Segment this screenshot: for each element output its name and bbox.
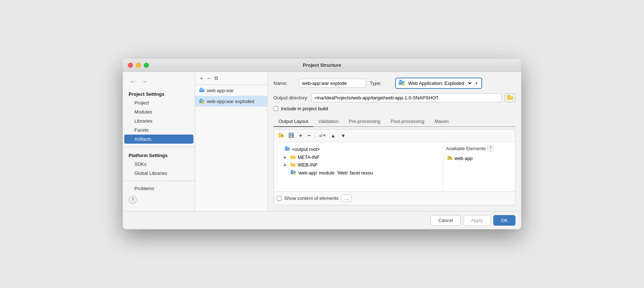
folder-icon-web-inf	[290, 162, 296, 168]
nav-row: ← →	[123, 76, 195, 89]
tab-post-processing[interactable]: Post-processing	[385, 116, 429, 127]
include-in-build-row: Include in project build	[273, 106, 515, 111]
svg-rect-2	[200, 88, 202, 89]
minimize-button[interactable]	[136, 63, 141, 68]
output-dir-input[interactable]	[311, 93, 502, 102]
svg-text:+: +	[281, 134, 283, 137]
apply-button[interactable]: Apply	[464, 215, 491, 226]
remove-artifact-button[interactable]: −	[205, 74, 212, 82]
web-app-module-label: 'web-app' module: 'Web' facet resou	[298, 170, 373, 176]
tree-item-output-root[interactable]: <output root>	[277, 145, 440, 153]
layout-toolbar: + + − a	[274, 129, 515, 142]
svg-rect-31	[290, 163, 292, 164]
layout-content: <output root> ▶ META-INF	[274, 142, 515, 191]
svg-rect-13	[507, 95, 510, 96]
chevron-icon: ▶	[284, 155, 288, 159]
tree-item-web-inf[interactable]: ▶ WEB-INF	[277, 161, 440, 169]
artifact-item-war-exploded[interactable]: web-app:war exploded	[195, 96, 267, 107]
help-button[interactable]: ?	[129, 196, 137, 204]
ellipsis-button[interactable]: ...	[342, 194, 352, 202]
add-artifact-button[interactable]: +	[198, 74, 205, 82]
sort-button[interactable]: a z	[317, 132, 327, 140]
platform-settings-heading: Platform Settings	[123, 150, 195, 160]
dialog-footer: Cancel Apply OK	[123, 211, 521, 229]
type-select-box[interactable]: Web Application: Exploded Web Applicatio…	[395, 78, 482, 89]
output-root-label: <output root>	[292, 147, 320, 152]
available-item-web-app[interactable]: web-app	[446, 155, 512, 162]
include-in-build-checkbox[interactable]	[273, 106, 278, 111]
move-down-button[interactable]: ▼	[339, 132, 348, 140]
ok-button[interactable]: OK	[493, 215, 515, 226]
svg-rect-26	[285, 147, 290, 149]
web-inf-label: WEB-INF	[298, 162, 318, 168]
sidebar-item-libraries[interactable]: Libraries	[123, 116, 195, 126]
close-button[interactable]	[128, 63, 133, 68]
maximize-button[interactable]	[144, 63, 149, 68]
output-dir-label: Output directory:	[273, 95, 308, 100]
available-elements-help[interactable]: ?	[487, 145, 494, 152]
type-select[interactable]: Web Application: Exploded Web Applicatio…	[407, 80, 473, 86]
artifact-war-label: web-app:war	[207, 88, 234, 93]
add-element-button[interactable]: +	[297, 131, 304, 140]
project-settings-heading: Project Settings	[123, 89, 195, 98]
name-type-row: Name: Type: Web Application: Exploded	[273, 78, 515, 89]
svg-point-10	[402, 83, 405, 86]
sidebar-item-artifacts[interactable]: Artifacts	[124, 135, 193, 144]
sidebar-item-modules[interactable]: Modules	[123, 107, 195, 116]
move-up-button[interactable]: ▲	[329, 132, 338, 140]
svg-rect-33	[290, 171, 296, 172]
cancel-button[interactable]: Cancel	[431, 215, 460, 226]
sidebar: ← → Project Settings Project Modules Lib…	[123, 72, 195, 211]
layout-bottom: Show content of elements ...	[274, 191, 515, 205]
svg-marker-24	[324, 134, 325, 137]
sidebar-divider-2	[123, 181, 195, 181]
type-icon	[399, 80, 405, 87]
svg-rect-29	[290, 155, 292, 156]
available-elements-panel: Available Elements ?	[443, 142, 515, 191]
sidebar-item-project[interactable]: Project	[123, 98, 195, 107]
svg-point-6	[202, 101, 204, 104]
tab-validation[interactable]: Validation	[313, 116, 344, 127]
tab-maven[interactable]: Maven	[429, 116, 453, 127]
main-content: ← → Project Settings Project Modules Lib…	[123, 72, 521, 211]
tab-pre-processing[interactable]: Pre-processing	[344, 116, 385, 127]
copy-artifact-button[interactable]: ⧉	[213, 74, 220, 82]
sidebar-item-facets[interactable]: Facets	[123, 126, 195, 135]
svg-rect-27	[285, 146, 287, 148]
artifact-item-war[interactable]: web-app:war	[195, 85, 267, 96]
type-label: Type:	[370, 81, 392, 86]
compress-button[interactable]	[287, 132, 296, 140]
sidebar-item-problems[interactable]: Problems	[123, 184, 195, 193]
svg-rect-30	[290, 164, 296, 166]
available-web-app-icon	[447, 156, 452, 161]
tree-item-meta-inf[interactable]: ▶ META-INF	[277, 153, 440, 161]
name-label: Name:	[273, 81, 295, 86]
toolbar-separator	[315, 133, 315, 139]
sidebar-item-global-libraries[interactable]: Global Libraries	[123, 169, 195, 178]
back-button[interactable]: ←	[129, 78, 137, 86]
tab-output-layout[interactable]: Output Layout	[273, 116, 313, 127]
remove-element-button[interactable]: −	[305, 131, 312, 140]
name-input[interactable]	[299, 79, 366, 88]
svg-rect-34	[291, 170, 293, 171]
tabs-bar: Output Layout Validation Pre-processing …	[273, 116, 515, 127]
available-web-app-label: web-app	[455, 156, 473, 161]
layout-panel: + + − a	[273, 129, 515, 205]
artifact-war-exploded-label: web-app:war exploded	[207, 99, 254, 104]
meta-inf-label: META-INF	[298, 155, 319, 160]
show-content-checkbox[interactable]	[277, 196, 281, 201]
sidebar-item-sdks[interactable]: SDKs	[123, 160, 195, 169]
tree-item-web-app-module[interactable]: 'web-app' module: 'Web' facet resou	[277, 169, 440, 177]
chevron-icon: ▶	[284, 163, 288, 167]
output-dir-row: Output directory:	[273, 93, 515, 102]
forward-button[interactable]: →	[140, 78, 149, 86]
artifact-toolbar: + − ⧉	[195, 72, 267, 85]
sidebar-divider	[123, 147, 195, 147]
detail-panel: Name: Type: Web Application: Exploded	[268, 72, 521, 211]
svg-rect-9	[400, 80, 402, 81]
show-content-label: Show content of elements	[284, 196, 339, 201]
create-directory-button[interactable]: +	[277, 132, 285, 140]
layout-tree: <output root> ▶ META-INF	[274, 142, 443, 191]
artifact-list: web-app:war web-app:war exploded	[195, 85, 267, 211]
browse-folder-button[interactable]	[505, 93, 515, 102]
